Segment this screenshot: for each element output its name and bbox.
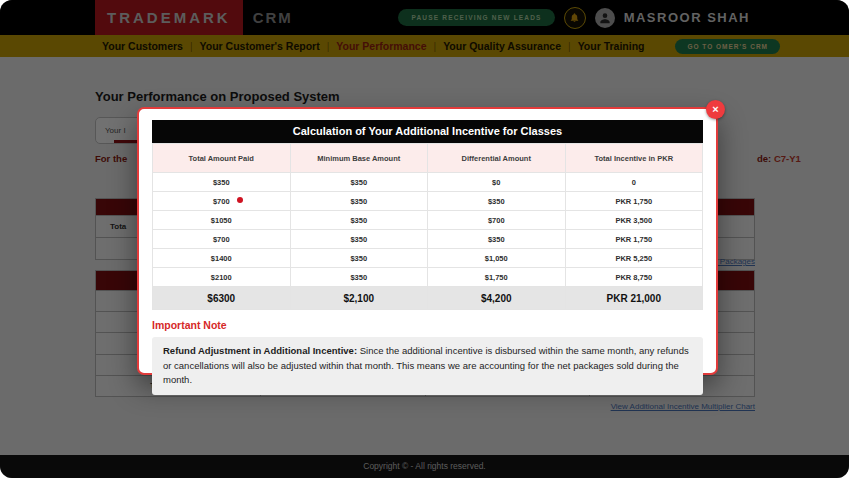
table-cell: $350 xyxy=(290,192,428,211)
table-row: $1050 $350 $700 PKR 3,500 xyxy=(153,211,703,230)
table-cell: $1400 xyxy=(153,249,291,268)
table-cell: $1,050 xyxy=(428,249,566,268)
table-row: $1400 $350 $1,050 PKR 5,250 xyxy=(153,249,703,268)
table-cell: $350 xyxy=(290,230,428,249)
table-cell: $350 xyxy=(290,211,428,230)
column-header-total-incentive-pkr: Total Incentive in PKR xyxy=(565,144,703,173)
important-note-box: Refund Adjustment in Additional Incentiv… xyxy=(152,337,703,395)
table-cell: $2100 xyxy=(153,268,291,287)
incentive-calculation-modal: × Calculation of Your Additional Incenti… xyxy=(137,107,718,375)
table-header-row: Total Amount Paid Minimum Base Amount Di… xyxy=(153,144,703,173)
table-cell: $350 xyxy=(428,192,566,211)
red-dot-indicator xyxy=(237,197,243,203)
table-cell: 0 xyxy=(565,173,703,192)
app-window: TRADEMARK CRM PAUSE RECEIVING NEW LEADS … xyxy=(0,0,849,478)
incentive-table: Total Amount Paid Minimum Base Amount Di… xyxy=(152,143,703,310)
table-cell: $350 xyxy=(290,173,428,192)
table-cell: $1,750 xyxy=(428,268,566,287)
table-row: $700 $350 $350 PKR 1,750 xyxy=(153,230,703,249)
table-cell: PKR 1,750 xyxy=(565,230,703,249)
table-cell: $2,100 xyxy=(290,287,428,310)
table-row: $700 $350 $350 PKR 1,750 xyxy=(153,192,703,211)
table-cell: PKR 1,750 xyxy=(565,192,703,211)
modal-title: Calculation of Your Additional Incentive… xyxy=(152,120,703,143)
close-icon[interactable]: × xyxy=(706,100,725,119)
table-cell: PKR 8,750 xyxy=(565,268,703,287)
table-cell: PKR 21,000 xyxy=(565,287,703,310)
table-cell: $350 xyxy=(290,268,428,287)
table-total-row: $6300 $2,100 $4,200 PKR 21,000 xyxy=(153,287,703,310)
table-cell: $350 xyxy=(290,249,428,268)
table-row: $350 $350 $0 0 xyxy=(153,173,703,192)
column-header-differential-amount: Differential Amount xyxy=(428,144,566,173)
table-cell: $700 xyxy=(153,192,291,211)
table-cell: $700 xyxy=(428,211,566,230)
table-row: $2100 $350 $1,750 PKR 8,750 xyxy=(153,268,703,287)
table-cell: $350 xyxy=(153,173,291,192)
note-bold-lead: Refund Adjustment in Additional Incentiv… xyxy=(163,345,357,356)
table-cell: $1050 xyxy=(153,211,291,230)
table-cell: $4,200 xyxy=(428,287,566,310)
table-cell: $6300 xyxy=(153,287,291,310)
table-cell: $0 xyxy=(428,173,566,192)
column-header-minimum-base-amount: Minimum Base Amount xyxy=(290,144,428,173)
column-header-total-amount-paid: Total Amount Paid xyxy=(153,144,291,173)
important-note-heading: Important Note xyxy=(152,319,703,331)
table-cell: $350 xyxy=(428,230,566,249)
table-cell: $700 xyxy=(153,230,291,249)
table-cell: PKR 3,500 xyxy=(565,211,703,230)
table-cell: PKR 5,250 xyxy=(565,249,703,268)
